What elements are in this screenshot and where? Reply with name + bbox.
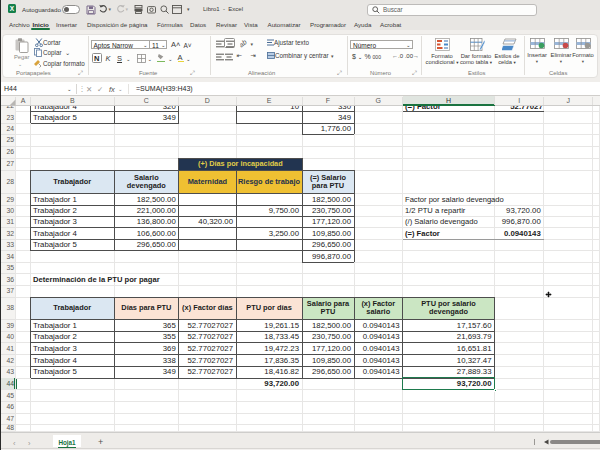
svg-text:ab: ab bbox=[240, 39, 248, 48]
